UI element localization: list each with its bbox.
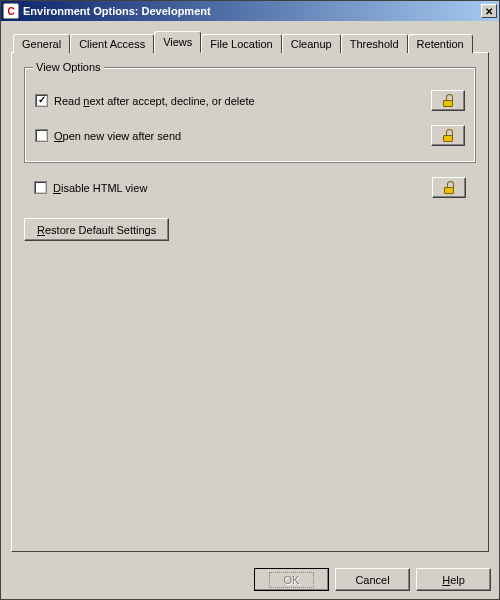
- option-row-read-next: Read next after accept, decline, or dele…: [35, 90, 465, 111]
- lock-button-disable-html[interactable]: [432, 177, 466, 198]
- ok-button[interactable]: OK: [254, 568, 329, 591]
- unlock-icon: [443, 182, 455, 194]
- tab-retention[interactable]: Retention: [408, 34, 473, 53]
- checkbox-disable-html[interactable]: [34, 181, 47, 194]
- close-icon: ✕: [485, 6, 493, 17]
- tab-general[interactable]: General: [13, 34, 70, 53]
- titlebar: C Environment Options: Development ✕: [1, 1, 499, 21]
- restore-defaults-button[interactable]: Restore Default Settings: [24, 218, 169, 241]
- cancel-button[interactable]: Cancel: [335, 568, 410, 591]
- checkbox-read-next[interactable]: [35, 94, 48, 107]
- unlock-icon: [442, 130, 454, 142]
- restore-row: Restore Default Settings: [24, 212, 476, 241]
- window-title: Environment Options: Development: [23, 5, 481, 17]
- tab-label: General: [22, 38, 61, 50]
- tab-cleanup[interactable]: Cleanup: [282, 34, 341, 53]
- dialog-footer: OK Cancel Help: [1, 560, 499, 599]
- tab-label: Views: [163, 36, 192, 48]
- tab-views[interactable]: Views: [154, 31, 201, 53]
- cancel-label: Cancel: [355, 574, 389, 586]
- ok-label: OK: [269, 572, 315, 588]
- tab-label: Retention: [417, 38, 464, 50]
- tab-client-access[interactable]: Client Access: [70, 34, 154, 53]
- label-open-new-view[interactable]: Open new view after send: [54, 130, 431, 142]
- tab-label: Client Access: [79, 38, 145, 50]
- checkbox-open-new-view[interactable]: [35, 129, 48, 142]
- tab-panel: View Options Read next after accept, dec…: [11, 52, 489, 552]
- lock-button-open-new-view[interactable]: [431, 125, 465, 146]
- label-disable-html[interactable]: Disable HTML view: [53, 182, 432, 194]
- tab-label: Threshold: [350, 38, 399, 50]
- view-options-group: View Options Read next after accept, dec…: [24, 67, 476, 163]
- group-legend: View Options: [33, 61, 104, 73]
- help-button[interactable]: Help: [416, 568, 491, 591]
- option-row-disable-html: Disable HTML view: [24, 177, 476, 198]
- tab-threshold[interactable]: Threshold: [341, 34, 408, 53]
- client-area: General Client Access Views File Locatio…: [1, 21, 499, 560]
- app-icon: C: [3, 3, 19, 19]
- label-read-next[interactable]: Read next after accept, decline, or dele…: [54, 95, 431, 107]
- tab-strip: General Client Access Views File Locatio…: [11, 31, 489, 52]
- tab-label: Cleanup: [291, 38, 332, 50]
- dialog-window: C Environment Options: Development ✕ Gen…: [0, 0, 500, 600]
- tab-file-location[interactable]: File Location: [201, 34, 281, 53]
- lock-button-read-next[interactable]: [431, 90, 465, 111]
- unlock-icon: [442, 95, 454, 107]
- option-row-open-new-view: Open new view after send: [35, 125, 465, 146]
- close-button[interactable]: ✕: [481, 4, 497, 18]
- tab-label: File Location: [210, 38, 272, 50]
